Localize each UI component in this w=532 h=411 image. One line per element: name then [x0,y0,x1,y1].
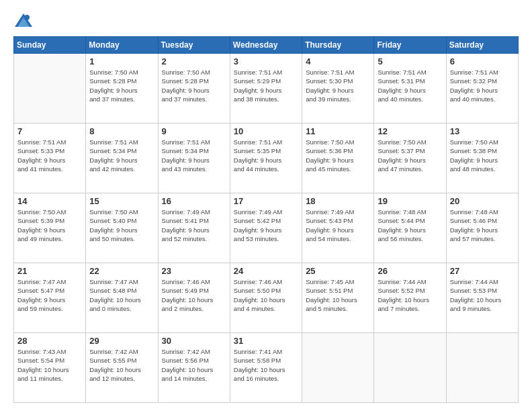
day-number: 12 [378,126,442,136]
calendar-cell: 19Sunrise: 7:48 AM Sunset: 5:44 PM Dayli… [374,193,446,263]
weekday-header-friday: Friday [374,37,446,54]
calendar-body: 1Sunrise: 7:50 AM Sunset: 5:28 PM Daylig… [14,54,519,403]
day-number: 27 [450,266,515,276]
calendar-cell: 7Sunrise: 7:51 AM Sunset: 5:33 PM Daylig… [14,124,86,193]
day-info: Sunrise: 7:50 AM Sunset: 5:37 PM Dayligh… [378,138,442,173]
day-number: 18 [306,196,370,206]
day-number: 23 [162,266,226,276]
calendar-cell: 30Sunrise: 7:42 AM Sunset: 5:56 PM Dayli… [158,333,230,403]
calendar-cell: 27Sunrise: 7:44 AM Sunset: 5:53 PM Dayli… [446,263,518,333]
svg-point-2 [24,15,30,20]
weekday-header-saturday: Saturday [446,37,518,54]
header [13,11,519,31]
day-number: 17 [234,196,298,206]
weekday-header-wednesday: Wednesday [230,37,302,54]
day-info: Sunrise: 7:49 AM Sunset: 5:41 PM Dayligh… [162,208,226,243]
day-number: 9 [162,126,226,136]
week-row-4: 21Sunrise: 7:47 AM Sunset: 5:47 PM Dayli… [14,263,519,333]
weekday-header-monday: Monday [86,37,158,54]
day-info: Sunrise: 7:43 AM Sunset: 5:54 PM Dayligh… [17,347,82,383]
day-number: 19 [378,196,442,206]
day-number: 2 [162,56,226,66]
day-info: Sunrise: 7:42 AM Sunset: 5:55 PM Dayligh… [89,347,154,383]
day-info: Sunrise: 7:51 AM Sunset: 5:32 PM Dayligh… [450,68,515,103]
day-number: 16 [162,196,226,206]
day-info: Sunrise: 7:51 AM Sunset: 5:33 PM Dayligh… [17,138,82,173]
day-number: 10 [234,126,298,136]
calendar-cell: 17Sunrise: 7:49 AM Sunset: 5:42 PM Dayli… [230,193,302,263]
calendar-cell: 8Sunrise: 7:51 AM Sunset: 5:34 PM Daylig… [86,124,158,193]
calendar-cell: 11Sunrise: 7:50 AM Sunset: 5:36 PM Dayli… [302,124,374,193]
day-number: 24 [234,266,298,276]
day-info: Sunrise: 7:44 AM Sunset: 5:53 PM Dayligh… [450,277,515,313]
calendar-cell: 25Sunrise: 7:45 AM Sunset: 5:51 PM Dayli… [302,263,374,333]
day-info: Sunrise: 7:50 AM Sunset: 5:28 PM Dayligh… [162,68,226,103]
day-number: 20 [450,196,515,206]
day-number: 3 [234,56,298,66]
calendar-cell: 1Sunrise: 7:50 AM Sunset: 5:28 PM Daylig… [86,54,158,124]
calendar-cell [446,333,518,403]
day-number: 25 [306,266,370,276]
day-number: 15 [89,196,154,206]
day-info: Sunrise: 7:48 AM Sunset: 5:44 PM Dayligh… [378,208,442,243]
calendar-cell: 10Sunrise: 7:51 AM Sunset: 5:35 PM Dayli… [230,124,302,193]
day-number: 30 [162,336,226,346]
day-info: Sunrise: 7:50 AM Sunset: 5:28 PM Dayligh… [89,68,154,103]
week-row-2: 7Sunrise: 7:51 AM Sunset: 5:33 PM Daylig… [14,124,519,193]
day-info: Sunrise: 7:49 AM Sunset: 5:43 PM Dayligh… [306,208,370,243]
calendar-cell: 5Sunrise: 7:51 AM Sunset: 5:31 PM Daylig… [374,54,446,124]
day-info: Sunrise: 7:50 AM Sunset: 5:40 PM Dayligh… [89,208,154,243]
calendar-cell: 18Sunrise: 7:49 AM Sunset: 5:43 PM Dayli… [302,193,374,263]
day-info: Sunrise: 7:41 AM Sunset: 5:58 PM Dayligh… [234,347,298,383]
day-info: Sunrise: 7:51 AM Sunset: 5:34 PM Dayligh… [89,138,154,173]
day-info: Sunrise: 7:46 AM Sunset: 5:49 PM Dayligh… [162,277,226,313]
calendar-cell: 16Sunrise: 7:49 AM Sunset: 5:41 PM Dayli… [158,193,230,263]
day-info: Sunrise: 7:50 AM Sunset: 5:38 PM Dayligh… [450,138,515,173]
calendar-cell: 6Sunrise: 7:51 AM Sunset: 5:32 PM Daylig… [446,54,518,124]
day-info: Sunrise: 7:47 AM Sunset: 5:47 PM Dayligh… [17,277,82,313]
day-info: Sunrise: 7:51 AM Sunset: 5:31 PM Dayligh… [378,68,442,103]
day-number: 31 [234,336,298,346]
day-info: Sunrise: 7:48 AM Sunset: 5:46 PM Dayligh… [450,208,515,243]
calendar-cell: 13Sunrise: 7:50 AM Sunset: 5:38 PM Dayli… [446,124,518,193]
calendar-cell [374,333,446,403]
calendar-header: SundayMondayTuesdayWednesdayThursdayFrid… [14,37,519,54]
day-number: 13 [450,126,515,136]
day-info: Sunrise: 7:51 AM Sunset: 5:29 PM Dayligh… [234,68,298,103]
day-info: Sunrise: 7:51 AM Sunset: 5:30 PM Dayligh… [306,68,370,103]
day-info: Sunrise: 7:47 AM Sunset: 5:48 PM Dayligh… [89,277,154,313]
calendar-cell: 9Sunrise: 7:51 AM Sunset: 5:34 PM Daylig… [158,124,230,193]
day-info: Sunrise: 7:50 AM Sunset: 5:39 PM Dayligh… [17,208,82,243]
day-number: 7 [17,126,82,136]
calendar: SundayMondayTuesdayWednesdayThursdayFrid… [13,36,519,403]
day-number: 22 [89,266,154,276]
weekday-header-sunday: Sunday [14,37,86,54]
calendar-cell: 26Sunrise: 7:44 AM Sunset: 5:52 PM Dayli… [374,263,446,333]
logo [13,11,38,31]
week-row-1: 1Sunrise: 7:50 AM Sunset: 5:28 PM Daylig… [14,54,519,124]
day-number: 8 [89,126,154,136]
day-number: 4 [306,56,370,66]
day-number: 14 [17,196,82,206]
day-info: Sunrise: 7:50 AM Sunset: 5:36 PM Dayligh… [306,138,370,173]
day-info: Sunrise: 7:44 AM Sunset: 5:52 PM Dayligh… [378,277,442,313]
calendar-cell: 14Sunrise: 7:50 AM Sunset: 5:39 PM Dayli… [14,193,86,263]
day-info: Sunrise: 7:46 AM Sunset: 5:50 PM Dayligh… [234,277,298,313]
weekday-row: SundayMondayTuesdayWednesdayThursdayFrid… [14,37,519,54]
calendar-cell: 20Sunrise: 7:48 AM Sunset: 5:46 PM Dayli… [446,193,518,263]
day-info: Sunrise: 7:51 AM Sunset: 5:35 PM Dayligh… [234,138,298,173]
calendar-cell: 21Sunrise: 7:47 AM Sunset: 5:47 PM Dayli… [14,263,86,333]
day-number: 29 [89,336,154,346]
day-number: 5 [378,56,442,66]
weekday-header-tuesday: Tuesday [158,37,230,54]
calendar-cell: 24Sunrise: 7:46 AM Sunset: 5:50 PM Dayli… [230,263,302,333]
day-number: 21 [17,266,82,276]
logo-icon [13,11,34,31]
day-number: 6 [450,56,515,66]
calendar-cell: 29Sunrise: 7:42 AM Sunset: 5:55 PM Dayli… [86,333,158,403]
day-info: Sunrise: 7:51 AM Sunset: 5:34 PM Dayligh… [162,138,226,173]
day-info: Sunrise: 7:49 AM Sunset: 5:42 PM Dayligh… [234,208,298,243]
calendar-cell [14,54,86,124]
day-info: Sunrise: 7:42 AM Sunset: 5:56 PM Dayligh… [162,347,226,383]
day-info: Sunrise: 7:45 AM Sunset: 5:51 PM Dayligh… [306,277,370,313]
